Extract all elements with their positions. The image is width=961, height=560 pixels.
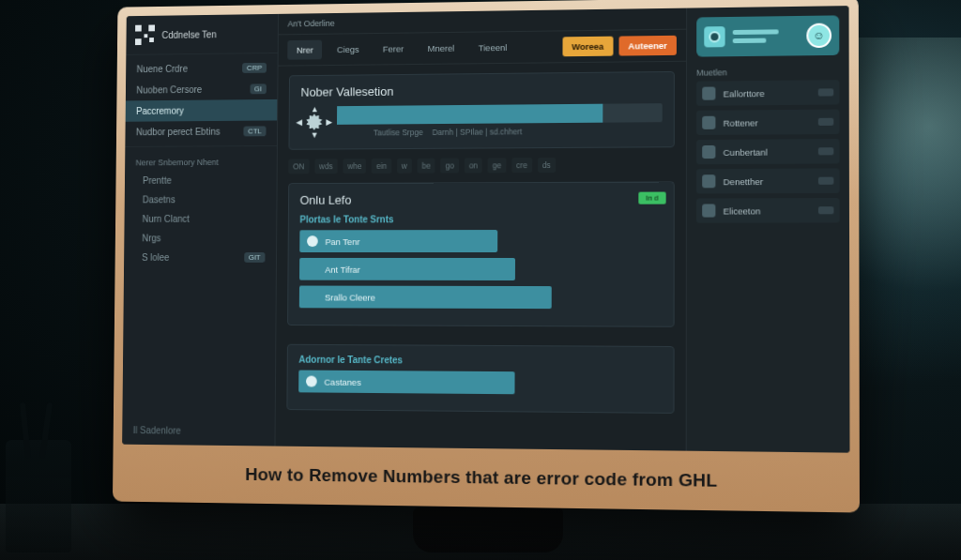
sidebar-item-label: Paccremory bbox=[136, 106, 184, 116]
qr-icon bbox=[135, 24, 155, 45]
secondary-action-button[interactable]: Auteener bbox=[618, 36, 677, 56]
right-item-label: Rottener bbox=[724, 116, 811, 128]
sidebar-sub-3[interactable]: Nrgs bbox=[124, 228, 276, 248]
tab-2[interactable]: Ferer bbox=[374, 38, 413, 58]
right-column: ☺ Muetlen Eallorttore Rottener bbox=[686, 6, 850, 453]
right-item-badge bbox=[818, 118, 833, 126]
card-lines bbox=[733, 29, 799, 43]
sidebar-brand: Cddnelse Ten bbox=[126, 14, 278, 54]
panel-title: Nober Vallesetion bbox=[300, 82, 662, 99]
list-row[interactable]: Ant Tifrar bbox=[299, 258, 515, 280]
sidebar-sub-4[interactable]: S lolee GIT bbox=[124, 248, 276, 267]
sidebar-item-badge: CTL bbox=[243, 126, 266, 136]
main-column: An't Oderline Nrer Ciegs Ferer Mnerel Ti… bbox=[275, 8, 686, 451]
right-item-0[interactable]: Eallorttore bbox=[696, 80, 839, 106]
panel-adornor: Adornor Ie Tante Cretes Castanes bbox=[286, 344, 674, 414]
panel-validation: Nober Vallesetion ▲▼◀▶ Tautlise Srpge D bbox=[288, 71, 674, 150]
list-row-label: Pan Tenr bbox=[325, 236, 359, 247]
brand-title: Cddnelse Ten bbox=[161, 29, 216, 39]
right-item-label: Denetther bbox=[724, 175, 811, 187]
mini-tab[interactable]: go bbox=[441, 159, 459, 174]
panel-subtitle: Plortas Ie Tonte Srnts bbox=[299, 214, 662, 225]
mini-tab[interactable]: wds bbox=[314, 159, 338, 174]
mini-tab[interactable]: ein bbox=[372, 159, 391, 174]
right-item-4[interactable]: Eliceeton bbox=[696, 198, 840, 223]
validation-meta: Tautlise Srpge Darnh | SPIlae | sd.chher… bbox=[337, 126, 663, 137]
mini-tab[interactable]: ON bbox=[288, 159, 309, 174]
sidebar-item-0[interactable]: Nuene Crdre CRP bbox=[126, 57, 278, 80]
sidebar-sub-2[interactable]: Nurn Clanct bbox=[124, 209, 276, 229]
panel-onlu-lefo: In d Onlu Lefo Plortas Ie Tonte Srnts Pa… bbox=[287, 181, 675, 326]
right-item-badge bbox=[818, 88, 833, 96]
avatar-icon: ☺ bbox=[806, 23, 831, 49]
mini-tab[interactable]: be bbox=[418, 159, 435, 174]
breadcrumb: An't Oderline bbox=[288, 19, 335, 28]
sidebar-group-head: Nerer Snbemory Nhent bbox=[125, 150, 277, 171]
sidebar-sub-1[interactable]: Dasetns bbox=[125, 189, 277, 209]
tab-1[interactable]: Ciegs bbox=[328, 39, 368, 59]
right-item-badge bbox=[818, 147, 833, 155]
app-screen: Cddnelse Ten Nuene Crdre CRP Nuoben Cers… bbox=[122, 6, 849, 453]
profile-card[interactable]: ☺ bbox=[696, 15, 839, 56]
right-item-label: Cunbertanl bbox=[724, 146, 811, 158]
monitor-bezel: Cddnelse Ten Nuene Crdre CRP Nuoben Cers… bbox=[113, 0, 860, 513]
mini-tab[interactable]: ds bbox=[538, 158, 556, 173]
sidebar-item-2[interactable]: Paccremory bbox=[126, 99, 278, 122]
monitor-stand bbox=[413, 507, 563, 552]
right-item-badge bbox=[818, 206, 834, 214]
pen-holder bbox=[6, 440, 71, 552]
right-item-badge bbox=[818, 177, 833, 185]
mini-tab[interactable]: on bbox=[465, 158, 482, 173]
sidebar-sub-badge: GIT bbox=[244, 252, 266, 263]
list-row[interactable]: Castanes bbox=[298, 371, 514, 395]
panel-title: Onlu Lefo bbox=[300, 192, 663, 207]
right-item-3[interactable]: Denetther bbox=[696, 168, 840, 193]
square-icon bbox=[702, 174, 715, 188]
tab-3[interactable]: Mnerel bbox=[419, 38, 464, 58]
tab-0[interactable]: Nrer bbox=[287, 40, 322, 60]
tab-4[interactable]: Tieeenl bbox=[469, 38, 516, 57]
sidebar-item-label: Nudbor perect Ebtins bbox=[136, 127, 221, 137]
monitor-caption: How to Remove Numbers that are error cod… bbox=[113, 445, 860, 513]
list-row-label: Ant Tifrar bbox=[325, 264, 360, 274]
sidebar-item-badge: GI bbox=[250, 83, 267, 94]
list-row-label: Srallo Cleere bbox=[325, 292, 375, 302]
app-shell: Cddnelse Ten Nuene Crdre CRP Nuoben Cers… bbox=[122, 6, 849, 453]
mini-tab-strip: ON wds whe ein w be go on ge cre ds bbox=[278, 157, 686, 174]
sidebar-group-2: Nerer Snbemory Nhent Prentte Dasetns Nur… bbox=[124, 145, 277, 271]
right-item-1[interactable]: Rottener bbox=[696, 110, 839, 135]
panel-subtitle: Adornor Ie Tante Cretes bbox=[298, 355, 662, 367]
mini-tab[interactable]: w bbox=[397, 159, 412, 174]
sidebar-item-3[interactable]: Nudbor perect Ebtins CTL bbox=[125, 120, 277, 143]
dot-icon bbox=[306, 376, 317, 387]
gear-icon bbox=[307, 264, 318, 275]
caption-text: How to Remove Numbers that are error cod… bbox=[245, 464, 717, 492]
primary-action-button[interactable]: Woreea bbox=[562, 37, 613, 57]
sidebar-item-1[interactable]: Nuoben Cersore GI bbox=[126, 78, 278, 100]
card-app-icon bbox=[704, 26, 725, 47]
sidebar-item-badge: CRP bbox=[242, 63, 267, 73]
mini-tab[interactable]: whe bbox=[343, 159, 366, 174]
sidebar: Cddnelse Ten Nuene Crdre CRP Nuoben Cers… bbox=[122, 14, 279, 446]
rightcol-heading: Muetlen bbox=[696, 67, 839, 78]
right-item-2[interactable]: Cunbertanl bbox=[696, 139, 839, 164]
mini-tab[interactable]: ge bbox=[488, 158, 506, 173]
list-row[interactable]: Srallo Cleere bbox=[299, 286, 552, 310]
validation-row: ▲▼◀▶ Tautlise Srpge Darnh | SPIlae | sd.… bbox=[300, 103, 663, 138]
square-icon bbox=[702, 204, 715, 217]
monitor: Cddnelse Ten Nuene Crdre CRP Nuoben Cers… bbox=[103, 0, 854, 507]
sidebar-footer[interactable]: Il Sadenlore bbox=[122, 416, 275, 446]
dot-icon bbox=[307, 235, 318, 247]
sidebar-item-label: Nuene Crdre bbox=[137, 64, 189, 74]
gear-icon bbox=[307, 291, 318, 302]
sidebar-item-label: Nuoben Cersore bbox=[136, 84, 202, 95]
mini-tab[interactable]: cre bbox=[511, 158, 532, 173]
square-icon bbox=[702, 145, 715, 159]
status-chip-ok[interactable]: In d bbox=[638, 192, 666, 204]
gear-arrows-icon: ▲▼◀▶ bbox=[300, 108, 328, 136]
sidebar-sub-0[interactable]: Prentte bbox=[125, 170, 277, 189]
list-row-label: Castanes bbox=[324, 376, 360, 386]
square-icon bbox=[702, 116, 715, 129]
validation-bar-wrap: Tautlise Srpge Darnh | SPIlae | sd.chher… bbox=[337, 103, 663, 138]
list-row[interactable]: Pan Tenr bbox=[299, 230, 496, 252]
